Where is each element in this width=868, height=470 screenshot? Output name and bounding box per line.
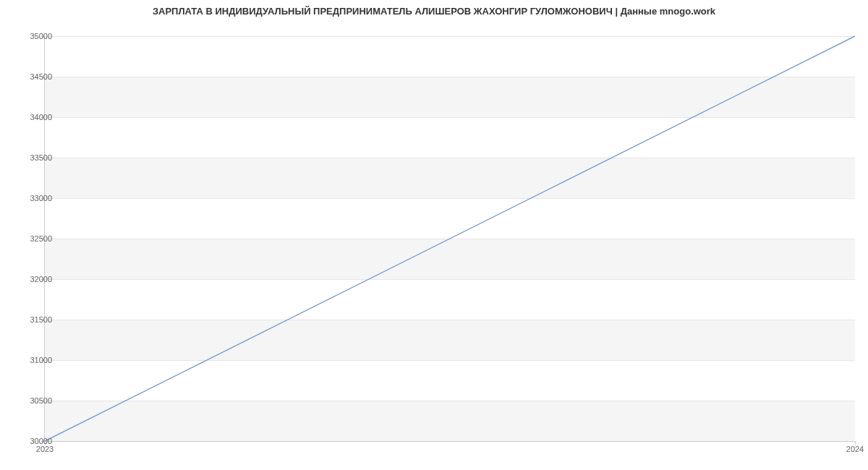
x-tick-label: 2023 xyxy=(36,445,54,453)
y-tick-label: 30500 xyxy=(9,396,52,405)
y-tick-label: 34000 xyxy=(9,113,52,121)
plot-area xyxy=(45,36,855,441)
y-tick-label: 32500 xyxy=(9,234,52,243)
chart-container: ЗАРПЛАТА В ИНДИВИДУАЛЬНЫЙ ПРЕДПРИНИМАТЕЛ… xyxy=(0,0,868,470)
y-tick-label: 32000 xyxy=(9,275,52,283)
y-tick-label: 33000 xyxy=(9,194,52,202)
y-tick-label: 31500 xyxy=(9,315,52,324)
x-axis-line xyxy=(45,441,855,442)
y-tick-label: 35000 xyxy=(9,32,52,40)
data-line xyxy=(45,36,855,441)
y-tick-label: 34500 xyxy=(9,72,52,81)
y-tick-label: 33500 xyxy=(9,153,52,162)
y-tick-label: 31000 xyxy=(9,356,52,364)
line-series xyxy=(45,36,855,441)
x-tick-label: 2024 xyxy=(846,445,864,453)
chart-title: ЗАРПЛАТА В ИНДИВИДУАЛЬНЫЙ ПРЕДПРИНИМАТЕЛ… xyxy=(0,6,868,17)
